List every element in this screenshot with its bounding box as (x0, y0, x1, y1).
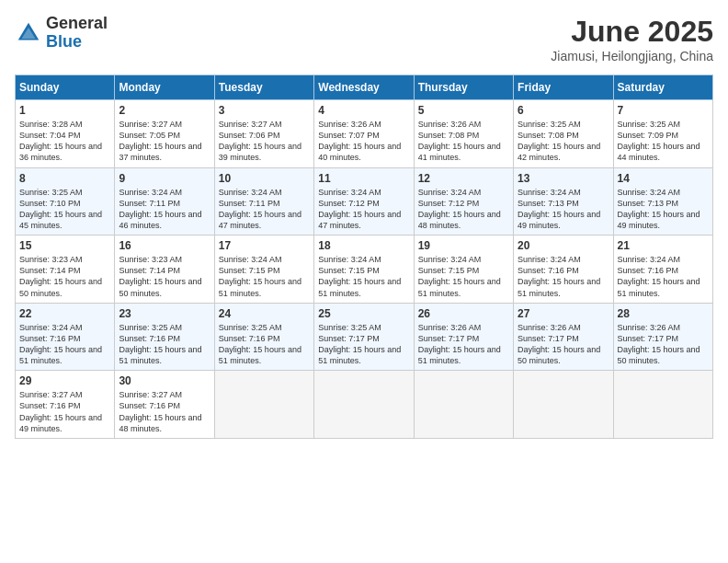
table-row: 30 Sunrise: 3:27 AM Sunset: 7:16 PM Dayl… (115, 371, 214, 439)
day-number: 24 (219, 307, 310, 320)
day-info: Sunrise: 3:25 AM Sunset: 7:16 PM Dayligh… (219, 322, 310, 367)
day-info: Sunrise: 3:24 AM Sunset: 7:13 PM Dayligh… (618, 187, 709, 232)
day-number: 22 (19, 307, 110, 320)
day-number: 25 (318, 307, 409, 320)
day-number: 7 (618, 104, 709, 117)
table-row: 16 Sunrise: 3:23 AM Sunset: 7:14 PM Dayl… (115, 236, 214, 304)
day-info: Sunrise: 3:27 AM Sunset: 7:05 PM Dayligh… (119, 119, 210, 164)
calendar-header-row: Sunday Monday Tuesday Wednesday Thursday… (16, 75, 713, 100)
col-thursday: Thursday (414, 75, 513, 100)
day-number: 8 (19, 172, 110, 185)
table-row: 15 Sunrise: 3:23 AM Sunset: 7:14 PM Dayl… (16, 236, 115, 304)
table-row: 4 Sunrise: 3:26 AM Sunset: 7:07 PM Dayli… (314, 100, 414, 168)
day-number: 17 (219, 239, 310, 252)
day-info: Sunrise: 3:24 AM Sunset: 7:13 PM Dayligh… (518, 187, 609, 232)
day-number: 16 (119, 239, 210, 252)
table-row: 23 Sunrise: 3:25 AM Sunset: 7:16 PM Dayl… (115, 303, 214, 371)
table-row: 5 Sunrise: 3:26 AM Sunset: 7:08 PM Dayli… (414, 100, 513, 168)
day-number: 23 (119, 307, 210, 320)
day-info: Sunrise: 3:28 AM Sunset: 7:04 PM Dayligh… (19, 119, 110, 164)
day-info: Sunrise: 3:27 AM Sunset: 7:16 PM Dayligh… (19, 389, 110, 434)
table-row: 1 Sunrise: 3:28 AM Sunset: 7:04 PM Dayli… (16, 100, 115, 168)
day-number: 10 (219, 172, 310, 185)
calendar-week-row: 1 Sunrise: 3:28 AM Sunset: 7:04 PM Dayli… (16, 100, 713, 168)
location: Jiamusi, Heilongjiang, China (551, 49, 713, 63)
table-row: 11 Sunrise: 3:24 AM Sunset: 7:12 PM Dayl… (314, 167, 414, 236)
logo-blue: Blue (46, 33, 108, 52)
day-info: Sunrise: 3:24 AM Sunset: 7:16 PM Dayligh… (618, 254, 709, 299)
calendar-week-row: 15 Sunrise: 3:23 AM Sunset: 7:14 PM Dayl… (16, 236, 713, 304)
col-sunday: Sunday (16, 75, 115, 100)
day-number: 19 (418, 239, 509, 252)
day-info: Sunrise: 3:26 AM Sunset: 7:17 PM Dayligh… (418, 322, 509, 367)
logo-icon (15, 19, 42, 47)
day-info: Sunrise: 3:24 AM Sunset: 7:15 PM Dayligh… (219, 254, 310, 299)
day-info: Sunrise: 3:25 AM Sunset: 7:09 PM Dayligh… (618, 119, 709, 164)
day-number: 28 (618, 307, 709, 320)
day-number: 1 (19, 104, 110, 117)
day-info: Sunrise: 3:24 AM Sunset: 7:11 PM Dayligh… (119, 187, 210, 232)
day-number: 6 (518, 104, 609, 117)
day-info: Sunrise: 3:23 AM Sunset: 7:14 PM Dayligh… (119, 254, 210, 299)
table-row: 18 Sunrise: 3:24 AM Sunset: 7:15 PM Dayl… (314, 236, 414, 304)
day-number: 4 (318, 104, 409, 117)
day-info: Sunrise: 3:25 AM Sunset: 7:17 PM Dayligh… (318, 322, 409, 367)
calendar: Sunday Monday Tuesday Wednesday Thursday… (15, 75, 713, 439)
day-info: Sunrise: 3:24 AM Sunset: 7:15 PM Dayligh… (318, 254, 409, 299)
col-tuesday: Tuesday (214, 75, 313, 100)
table-row: 10 Sunrise: 3:24 AM Sunset: 7:11 PM Dayl… (214, 167, 313, 236)
col-wednesday: Wednesday (314, 75, 414, 100)
day-number: 3 (219, 104, 310, 117)
day-info: Sunrise: 3:25 AM Sunset: 7:10 PM Dayligh… (19, 187, 110, 232)
day-number: 12 (418, 172, 509, 185)
logo: General Blue (15, 15, 108, 52)
day-info: Sunrise: 3:26 AM Sunset: 7:17 PM Dayligh… (518, 322, 609, 367)
table-row: 2 Sunrise: 3:27 AM Sunset: 7:05 PM Dayli… (115, 100, 214, 168)
table-row: 22 Sunrise: 3:24 AM Sunset: 7:16 PM Dayl… (16, 303, 115, 371)
day-info: Sunrise: 3:24 AM Sunset: 7:15 PM Dayligh… (418, 254, 509, 299)
table-row: 27 Sunrise: 3:26 AM Sunset: 7:17 PM Dayl… (514, 303, 613, 371)
day-info: Sunrise: 3:25 AM Sunset: 7:16 PM Dayligh… (119, 322, 210, 367)
table-row: 3 Sunrise: 3:27 AM Sunset: 7:06 PM Dayli… (214, 100, 313, 168)
day-info: Sunrise: 3:26 AM Sunset: 7:08 PM Dayligh… (418, 119, 509, 164)
calendar-week-row: 8 Sunrise: 3:25 AM Sunset: 7:10 PM Dayli… (16, 167, 713, 236)
day-number: 18 (318, 239, 409, 252)
table-row: 29 Sunrise: 3:27 AM Sunset: 7:16 PM Dayl… (16, 371, 115, 439)
table-row: 6 Sunrise: 3:25 AM Sunset: 7:08 PM Dayli… (514, 100, 613, 168)
logo-text: General Blue (46, 15, 108, 52)
table-row: 25 Sunrise: 3:25 AM Sunset: 7:17 PM Dayl… (314, 303, 414, 371)
table-row: 12 Sunrise: 3:24 AM Sunset: 7:12 PM Dayl… (414, 167, 513, 236)
title-block: June 2025 Jiamusi, Heilongjiang, China (551, 15, 713, 63)
day-info: Sunrise: 3:26 AM Sunset: 7:07 PM Dayligh… (318, 119, 409, 164)
col-saturday: Saturday (613, 75, 712, 100)
table-row: 28 Sunrise: 3:26 AM Sunset: 7:17 PM Dayl… (613, 303, 712, 371)
day-number: 11 (318, 172, 409, 185)
day-number: 13 (518, 172, 609, 185)
day-number: 30 (119, 374, 210, 387)
day-number: 26 (418, 307, 509, 320)
day-number: 9 (119, 172, 210, 185)
day-number: 20 (518, 239, 609, 252)
table-row: 14 Sunrise: 3:24 AM Sunset: 7:13 PM Dayl… (613, 167, 712, 236)
table-row: 8 Sunrise: 3:25 AM Sunset: 7:10 PM Dayli… (16, 167, 115, 236)
table-row: 19 Sunrise: 3:24 AM Sunset: 7:15 PM Dayl… (414, 236, 513, 304)
calendar-week-row: 22 Sunrise: 3:24 AM Sunset: 7:16 PM Dayl… (16, 303, 713, 371)
table-row: 13 Sunrise: 3:24 AM Sunset: 7:13 PM Dayl… (514, 167, 613, 236)
table-row: 17 Sunrise: 3:24 AM Sunset: 7:15 PM Dayl… (214, 236, 313, 304)
table-row (314, 371, 414, 439)
table-row (514, 371, 613, 439)
day-info: Sunrise: 3:25 AM Sunset: 7:08 PM Dayligh… (518, 119, 609, 164)
table-row (613, 371, 712, 439)
day-info: Sunrise: 3:24 AM Sunset: 7:12 PM Dayligh… (418, 187, 509, 232)
day-info: Sunrise: 3:27 AM Sunset: 7:16 PM Dayligh… (119, 389, 210, 434)
col-friday: Friday (514, 75, 613, 100)
table-row: 26 Sunrise: 3:26 AM Sunset: 7:17 PM Dayl… (414, 303, 513, 371)
table-row: 9 Sunrise: 3:24 AM Sunset: 7:11 PM Dayli… (115, 167, 214, 236)
table-row: 24 Sunrise: 3:25 AM Sunset: 7:16 PM Dayl… (214, 303, 313, 371)
logo-general: General (46, 15, 108, 33)
day-number: 29 (19, 374, 110, 387)
day-number: 5 (418, 104, 509, 117)
col-monday: Monday (115, 75, 214, 100)
day-number: 2 (119, 104, 210, 117)
day-number: 15 (19, 239, 110, 252)
